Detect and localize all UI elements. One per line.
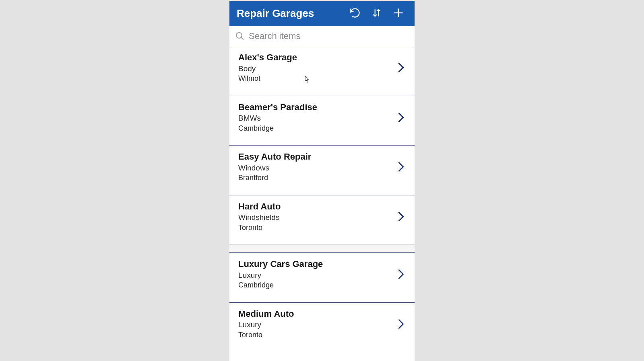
refresh-button[interactable] [346,5,364,23]
chevron-right-icon [395,269,407,280]
garage-name: Beamer's Paradise [238,102,395,113]
garage-name: Easy Auto Repair [238,151,395,163]
garage-city: Cambridge [238,280,395,290]
chevron-right-icon [395,112,407,123]
list-item-text: Easy Auto Repair Windows Brantford [238,151,395,183]
list-item[interactable]: Luxury Cars Garage Luxury Cambridge [229,253,415,303]
garage-name: Medium Auto [238,308,395,320]
list-item-text: Hard Auto Windshields Toronto [238,201,395,233]
list-item[interactable]: Medium Auto Luxury Toronto [229,303,415,352]
plus-icon [393,7,404,20]
add-button[interactable] [390,5,407,23]
garage-specialty: Luxury [238,320,395,330]
list-item[interactable]: Hard Auto Windshields Toronto [229,195,415,245]
chevron-right-icon [395,318,407,330]
garage-list: Alex's Garage Body Wilmot Beamer's Parad… [229,46,415,361]
garage-name: Alex's Garage [238,52,395,64]
garage-city: Toronto [238,223,395,232]
refresh-icon [349,7,361,20]
list-item-text: Alex's Garage Body Wilmot [238,52,395,84]
list-item-text: Beamer's Paradise BMWs Cambridge [238,102,395,133]
search-icon [234,31,246,42]
list-item[interactable]: Easy Auto Repair Windows Brantford [229,146,415,195]
garage-specialty: Body [238,64,395,74]
garage-specialty: Windshields [238,212,395,223]
garage-specialty: Luxury [238,270,395,281]
garage-name: Hard Auto [238,201,395,213]
chevron-right-icon [395,62,407,73]
list-item[interactable]: Alex's Garage Body Wilmot [229,46,415,96]
chevron-right-icon [395,161,407,172]
section-gap [229,245,415,253]
list-item-text: Medium Auto Luxury Toronto [238,308,395,340]
app-window: Repair Garages [229,1,415,361]
app-header: Repair Garages [229,1,415,26]
garage-city: Cambridge [238,123,395,133]
garage-city: Brantford [238,173,395,183]
list-item-text: Luxury Cars Garage Luxury Cambridge [238,258,395,290]
search-input[interactable] [249,31,410,41]
garage-city: Wilmot [238,74,395,83]
chevron-right-icon [395,211,407,222]
garage-specialty: Windows [238,163,395,173]
garage-specialty: BMWs [238,113,395,123]
garage-city: Toronto [238,330,395,340]
search-bar [229,26,415,46]
page-title: Repair Garages [237,7,342,20]
sort-button[interactable] [368,5,386,23]
svg-point-0 [236,33,242,38]
sort-icon [372,8,382,20]
list-item[interactable]: Beamer's Paradise BMWs Cambridge [229,96,415,146]
garage-name: Luxury Cars Garage [238,258,395,270]
